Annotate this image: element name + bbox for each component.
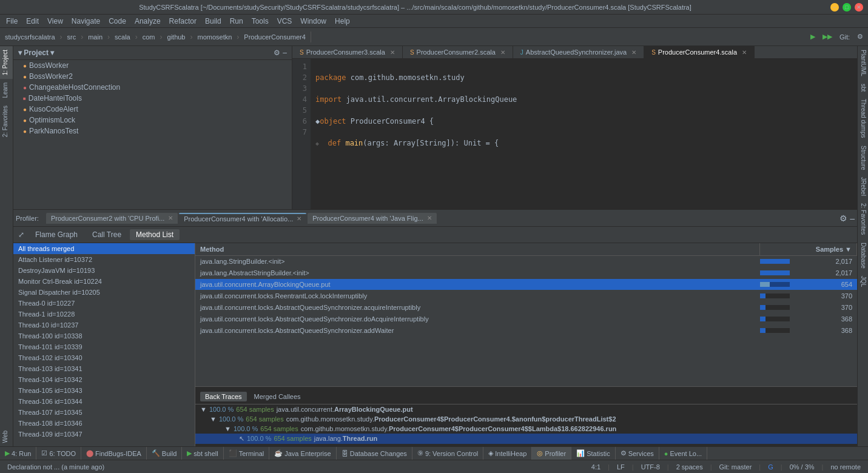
tree-item-bossworker2[interactable]: ● BossWorker2 [13,71,292,82]
thread-destroyjavavm[interactable]: DestroyJavaVM id=10193 [13,265,195,276]
menu-run[interactable]: Run [226,16,247,27]
breadcrumb-scala[interactable]: scala [112,32,133,42]
profiler-collapse-icon[interactable]: – [850,213,855,223]
thread-thread106[interactable]: Thread-106 id=10344 [13,396,195,407]
tree-item-datehanteitools[interactable]: ■ DateHanteiTools [13,93,292,104]
breadcrumb-main[interactable]: main [86,32,105,42]
tab-call-tree[interactable]: Call Tree [86,229,127,240]
sidebar-tab-project[interactable]: 1: Project [0,46,13,79]
session-close-1[interactable]: ✕ [168,215,173,221]
breadcrumb-src[interactable]: src [65,32,79,42]
session-close-2[interactable]: ✕ [297,215,301,222]
method-row-reentrantlock[interactable]: java.util.concurrent.locks.ReentrantLock… [195,290,857,302]
thread-thread105[interactable]: Thread-105 id=10343 [13,385,195,396]
right-tab-sbt[interactable]: sbt [858,80,868,95]
thread-thread107[interactable]: Thread-107 id=10345 [13,407,195,418]
menu-code[interactable]: Code [105,16,130,27]
methods-col-samples-header[interactable]: Samples ▼ [760,243,857,255]
menu-edit[interactable]: Edit [22,16,42,27]
breadcrumb-github[interactable]: github [165,32,188,42]
right-tab-database[interactable]: Database [858,239,868,272]
profiler-session-tab-2[interactable]: ProducerConsumer4 with 'Allocatio... ✕ [179,213,306,224]
bottom-tool-terminal[interactable]: ⬛ Terminal [224,447,270,460]
bottom-tool-findbugs[interactable]: ⬤ FindBugs-IDEA [81,447,147,460]
trace-tab-backtraces[interactable]: Back Traces [200,392,247,401]
method-row-abstractqueued-addwaiter[interactable]: java.util.concurrent.locks.AbstractQueue… [195,325,857,337]
bottom-tool-dbchanges[interactable]: 🗄 Database Changes [337,447,412,460]
profiler-gear-icon[interactable]: ⚙ [839,213,847,223]
editor-tab-producerconsumer2[interactable]: S ProducerConsumer2.scala ✕ [403,46,513,58]
profiler-session-tab-1[interactable]: ProducerConsumer2 with 'CPU Profi... ✕ [46,213,178,224]
bottom-tool-build[interactable]: 🔨 Build [147,447,182,460]
menu-window[interactable]: Window [297,16,330,27]
bottom-tool-todo[interactable]: ☑ 6: TODO [36,447,81,460]
right-tab-jrebel[interactable]: JRebel [858,173,868,200]
method-row-abstractqueued-acquire[interactable]: java.util.concurrent.locks.AbstractQueue… [195,302,857,314]
thread-all-merged[interactable]: All threads merged [13,243,195,254]
expand-icon[interactable]: ⤢ [18,230,24,239]
menu-analyze[interactable]: Analyze [131,16,164,27]
right-tab-structure[interactable]: Structure [858,142,868,174]
menu-vcs[interactable]: VCS [274,16,296,27]
bottom-tool-vc[interactable]: ⑨ 9: Version Control [412,447,483,460]
toolbar-debug-button[interactable]: ▶▶ [820,32,835,42]
maximize-button[interactable]: □ [843,3,851,12]
thread-signal-dispatcher[interactable]: Signal Dispatcher id=10205 [13,287,195,298]
thread-thread102[interactable]: Thread-102 id=10340 [13,352,195,363]
editor-tab-producerconsumer3[interactable]: S ProducerConsumer3.scala ✕ [292,46,403,58]
editor-tab-abstractqueued[interactable]: J AbstractQueuedSynchronizer.java ✕ [513,46,644,58]
tree-item-optimismlock[interactable]: ● OptimismLock [13,115,292,126]
menu-build[interactable]: Build [201,16,225,27]
thread-thread101[interactable]: Thread-101 id=10339 [13,341,195,352]
thread-thread0[interactable]: Thread-0 id=10227 [13,298,195,309]
thread-attach-listener[interactable]: Attach Listener id=10372 [13,254,195,265]
sidebar-tab-favorites[interactable]: 2: Favorites [0,102,13,141]
menu-navigate[interactable]: Navigate [68,16,104,27]
breadcrumb-file[interactable]: ProducerConsumer4 [241,32,308,42]
breadcrumb-studycsrfscalatra[interactable]: studycsrfscalatra [2,32,58,42]
thread-thread109[interactable]: Thread-109 id=10347 [13,429,195,440]
method-row-arrayblockingqueue-put[interactable]: java.util.concurrent.ArrayBlockingQueue.… [195,279,857,290]
menu-tools[interactable]: Tools [248,16,272,27]
tree-item-kusocodealert[interactable]: ● KusoCodeAlert [13,104,292,115]
menu-refactor[interactable]: Refactor [166,16,200,27]
breadcrumb-com[interactable]: com [140,32,158,42]
sidebar-tab-learn[interactable]: Learn [0,79,13,102]
project-settings-icon[interactable]: ⚙ [274,49,280,57]
bottom-tool-run[interactable]: ▶ 4: Run [0,447,36,460]
tree-item-parknanostest[interactable]: ● ParkNanosTest [13,126,292,136]
thread-thread103[interactable]: Thread-103 id=10341 [13,363,195,374]
tab-method-list[interactable]: Method List [130,229,180,240]
tree-item-changeablehostconnection[interactable]: ● ChangeableHostConnection [13,82,292,93]
project-collapse-icon[interactable]: – [283,49,287,57]
sidebar-tab-web[interactable]: Web [0,427,13,446]
tab-close-icon[interactable]: ✕ [500,49,505,56]
tab-close-icon[interactable]: ✕ [390,49,395,56]
right-tab-plantuml[interactable]: PlantUML [858,46,868,80]
menu-help[interactable]: Help [331,16,354,27]
thread-thread100[interactable]: Thread-100 id=10338 [13,330,195,341]
bottom-tool-eventlog[interactable]: ● Event Lo... [659,447,707,460]
thread-thread10[interactable]: Thread-10 id=10237 [13,320,195,330]
right-tab-jql[interactable]: JQL [858,272,868,290]
bottom-tool-services[interactable]: ⚙ Services [616,447,659,460]
code-content[interactable]: package com.github.momosetkn.study impor… [311,59,857,209]
session-close-3[interactable]: ✕ [427,215,432,221]
menu-file[interactable]: File [2,16,21,27]
thread-thread108[interactable]: Thread-108 id=10346 [13,418,195,429]
bottom-tool-javaent[interactable]: ☕ Java Enterprise [269,447,336,460]
minimize-button[interactable]: − [830,3,839,12]
method-row-abstractstringbuilder-init[interactable]: java.lang.AbstractStringBuilder.<init> 2… [195,267,857,279]
thread-monitor-ctrlbreak[interactable]: Monitor Ctrl-Break id=10224 [13,276,195,287]
thread-thread1[interactable]: Thread-1 id=10228 [13,309,195,320]
editor-tab-producerconsumer4[interactable]: S ProducerConsumer4.scala ✕ [644,46,755,58]
toolbar-run-button[interactable]: ▶ [808,32,818,42]
tree-item-bossworker[interactable]: ● BossWorker [13,60,292,71]
bottom-tool-sbt[interactable]: ▶ sbt shell [182,447,223,460]
close-button[interactable]: ✕ [855,3,863,12]
method-row-stringbuilder-init[interactable]: java.lang.StringBuilder.<init> 2,017 [195,256,857,267]
tab-close-icon[interactable]: ✕ [631,49,636,56]
right-tab-threaddumps[interactable]: Thread dumps [858,95,868,141]
tab-close-icon[interactable]: ✕ [742,49,747,56]
method-row-abstractqueued-doacquire[interactable]: java.util.concurrent.locks.AbstractQueue… [195,314,857,325]
